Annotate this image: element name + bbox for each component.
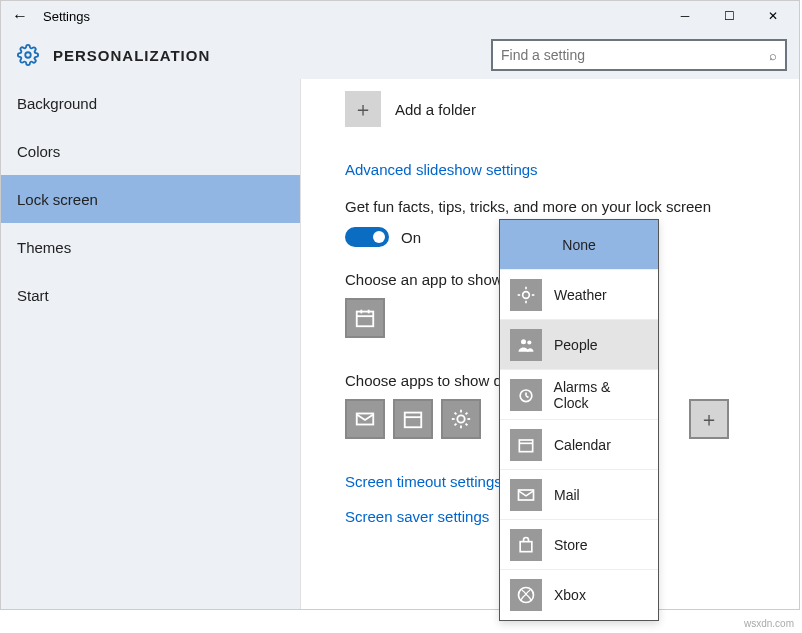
popup-item-people[interactable]: People	[500, 320, 658, 370]
popup-item-label: Store	[554, 537, 587, 553]
gear-icon	[17, 44, 39, 66]
popup-item-label: None	[562, 237, 595, 253]
quick-app-slot-calendar[interactable]	[393, 399, 433, 439]
popup-item-label: Calendar	[554, 437, 611, 453]
titlebar: ← Settings ─ ☐ ✕	[1, 1, 799, 31]
app-picker-popup: None Weather People Alarms & Clock Calen…	[499, 219, 659, 621]
svg-rect-1	[357, 312, 374, 327]
sidebar-item-label: Themes	[17, 239, 71, 256]
svg-rect-6	[405, 413, 422, 428]
popup-item-label: Xbox	[554, 587, 586, 603]
sidebar-item-themes[interactable]: Themes	[1, 223, 300, 271]
sidebar-item-colors[interactable]: Colors	[1, 127, 300, 175]
minimize-button[interactable]: ─	[663, 2, 707, 30]
plus-icon: ＋	[345, 91, 381, 127]
sidebar-item-label: Lock screen	[17, 191, 98, 208]
svg-point-22	[521, 339, 526, 344]
sidebar-item-label: Background	[17, 95, 97, 112]
popup-item-alarms[interactable]: Alarms & Clock	[500, 370, 658, 420]
svg-point-23	[527, 340, 531, 344]
popup-item-label: People	[554, 337, 598, 353]
sidebar-item-lock-screen[interactable]: Lock screen	[1, 175, 300, 223]
people-icon	[510, 329, 542, 361]
mail-icon	[510, 479, 542, 511]
store-icon	[510, 529, 542, 561]
advanced-slideshow-link[interactable]: Advanced slideshow settings	[345, 161, 759, 178]
popup-item-mail[interactable]: Mail	[500, 470, 658, 520]
svg-line-13	[455, 413, 457, 415]
toggle-knob	[373, 231, 385, 243]
toggle-state: On	[401, 229, 421, 246]
sidebar: Background Colors Lock screen Themes Sta…	[1, 79, 301, 609]
popup-item-xbox[interactable]: Xbox	[500, 570, 658, 620]
xbox-icon	[510, 579, 542, 611]
page-title: PERSONALIZATION	[53, 47, 491, 64]
popup-item-calendar[interactable]: Calendar	[500, 420, 658, 470]
quick-app-slot-weather[interactable]	[441, 399, 481, 439]
popup-item-none[interactable]: None	[500, 220, 658, 270]
svg-line-14	[466, 424, 468, 426]
sun-icon	[450, 408, 472, 430]
svg-rect-27	[519, 440, 532, 452]
popup-item-label: Mail	[554, 487, 580, 503]
clock-icon	[510, 379, 542, 411]
sidebar-item-label: Colors	[17, 143, 60, 160]
sun-icon	[510, 279, 542, 311]
svg-line-15	[455, 424, 457, 426]
svg-rect-30	[520, 541, 532, 551]
svg-point-17	[523, 291, 530, 298]
add-folder-label: Add a folder	[395, 101, 476, 118]
fun-facts-label: Get fun facts, tips, tricks, and more on…	[345, 198, 759, 215]
detail-app-slot[interactable]	[345, 298, 385, 338]
popup-item-store[interactable]: Store	[500, 520, 658, 570]
search-input[interactable]	[501, 47, 769, 63]
footer-watermark: wsxdn.com	[744, 618, 794, 629]
sidebar-item-start[interactable]: Start	[1, 271, 300, 319]
svg-point-0	[25, 52, 31, 58]
popup-item-label: Weather	[554, 287, 607, 303]
quick-app-slot-mail[interactable]	[345, 399, 385, 439]
back-button[interactable]: ←	[5, 7, 35, 25]
svg-point-8	[457, 415, 464, 422]
window-title: Settings	[35, 9, 663, 24]
sidebar-item-background[interactable]: Background	[1, 79, 300, 127]
popup-item-weather[interactable]: Weather	[500, 270, 658, 320]
calendar-icon	[402, 408, 424, 430]
add-folder-button[interactable]: ＋ Add a folder	[345, 91, 759, 127]
close-button[interactable]: ✕	[751, 2, 795, 30]
mail-icon	[354, 408, 376, 430]
maximize-button[interactable]: ☐	[707, 2, 751, 30]
svg-line-16	[466, 413, 468, 415]
svg-line-26	[526, 395, 529, 397]
search-box[interactable]: ⌕	[491, 39, 787, 71]
calendar-icon	[510, 429, 542, 461]
quick-app-add[interactable]: ＋	[689, 399, 729, 439]
search-icon: ⌕	[769, 48, 777, 63]
fun-facts-toggle[interactable]	[345, 227, 389, 247]
calendar-icon	[354, 307, 376, 329]
popup-item-label: Alarms & Clock	[554, 379, 648, 411]
header: PERSONALIZATION ⌕	[1, 31, 799, 79]
sidebar-item-label: Start	[17, 287, 49, 304]
